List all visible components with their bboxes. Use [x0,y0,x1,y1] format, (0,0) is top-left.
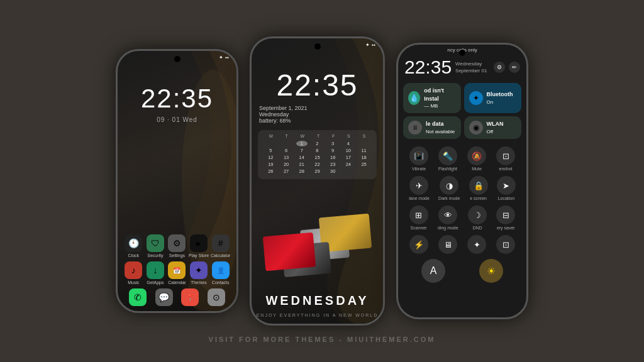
btn-reading[interactable]: 👁 ding mode [438,206,458,230]
control-grid-1: 💧 od isn't Instal — MB ✦ Bluetooth On [398,80,526,116]
calendar-widget: M T W T F S S 1 2 3 4 [258,130,377,179]
edit-quick-icon[interactable]: ✏ [509,62,520,73]
app-getapps[interactable]: ↓ GetApps [145,261,166,285]
app-maps[interactable]: 📍 [180,288,201,306]
tile-wlan-title: WLAN [487,120,504,128]
btn-screenshot[interactable]: ⊡ enshot [496,146,515,171]
day-center: Wednesday [259,111,375,118]
app-security-icon: 🛡 [147,234,164,252]
tile-data-title: le data [426,120,455,128]
wlan-icon: ◉ [469,121,483,134]
app-calendar[interactable]: 📅 Calendar [166,261,187,285]
btn-extra2[interactable]: ⊡ [496,235,515,254]
btn-battery-saver[interactable]: ⊟ ery saver [496,206,515,230]
btn-extra1[interactable]: ✦ [467,235,486,254]
btn-power[interactable]: ⚡ [409,235,428,254]
btn-darkmode[interactable]: ◑ Dark mode [438,176,460,200]
btn-screen-lock[interactable]: 🔒 e screen [469,176,488,200]
camera-hole-right [459,50,465,56]
app-contacts[interactable]: 👤 Contacts [210,261,231,285]
btn-dnd[interactable]: ☽ DND [468,206,487,230]
btn-scanner[interactable]: ⊞ Scanner [409,206,428,230]
vibrate-icon: 📳 [409,146,428,165]
apps-grid-left: 🕙 Clock 🛡 Security ⚙ Settings ▶ [118,229,236,311]
app-security[interactable]: 🛡 Security [145,234,166,258]
app-call-icon: ✆ [129,288,147,306]
data-icon: ≡ [408,121,422,134]
mute-icon: 🔕 [467,146,486,165]
phone-center: ✦ ▪▪ 22:35 September 1, 2021 Wednesday b… [250,36,385,326]
app-clock-icon: 🕙 [125,234,142,252]
tile-bluetooth-text: Bluetooth On [487,90,513,106]
tile-wlan[interactable]: ◉ WLAN Off [464,116,522,139]
app-calculator[interactable]: # Calculator [210,234,231,258]
cal-h-s: S [347,134,350,138]
tile-water-title: od isn't Instal [424,87,455,102]
phones-container: ✦ ▪▪ 22:35 09 · 01 Wed 🕙 Clock [103,24,541,338]
app-settings[interactable]: ⚙ Settings [166,234,187,258]
phone-center-content: ✦ ▪▪ 22:35 September 1, 2021 Wednesday b… [252,38,383,324]
btn-vibrate[interactable]: 📳 Vibrate [409,146,428,171]
phone-left-content: ✦ ▪▪ 22:35 09 · 01 Wed 🕙 Clock [118,51,236,311]
bluetooth-icon: ✦ [469,91,483,105]
battery-icon-left: ▪▪ [225,55,229,60]
app-calendar-label: Calendar [168,280,186,285]
btn-mute[interactable]: 🔕 Mute [467,146,486,171]
control-grid-2: ≡ le data Not available ◉ WLAN Off [398,114,526,141]
screen-lock-icon: 🔒 [469,176,488,195]
icon-row-3: ⊞ Scanner 👁 ding mode ☽ DND ⊟ ery saver [398,203,526,233]
app-playstore-label: Play Store [189,253,209,258]
wednesday-sub: ENJOY EVERYTHING IN A NEW WORLD [252,313,383,324]
battery-saver-icon: ⊟ [496,206,515,224]
btn-flashlight[interactable]: 🔦 Flashlight [438,146,457,171]
phone-left: ✦ ▪▪ 22:35 09 · 01 Wed 🕙 Clock [116,49,238,313]
clock-right: 22:35 [404,57,452,78]
btn-brightness[interactable]: ☀ [479,259,503,283]
app-clock[interactable]: 🕙 Clock [123,234,144,258]
cal-header: M T W T F S S [263,134,372,138]
mute-label: Mute [472,167,482,171]
btn-airplane[interactable]: ✈ lane mode [409,176,430,200]
info-block-center: September 1, 2021 Wednesday battery: 68% [252,102,383,126]
screenshot-icon: ⊡ [496,146,515,165]
app-music[interactable]: ♪ Music [123,261,144,285]
app-chat[interactable]: 💬 [154,288,174,306]
cal-h-m: M [269,134,273,138]
btn-accessibility[interactable]: A [421,259,445,283]
extra2-icon: ⊡ [496,235,515,254]
icon-row-4: ⚡ 🖥 ✦ ⊡ [398,233,526,256]
app-camera-icon-app[interactable]: ⊙ [206,288,226,306]
water-icon: 💧 [408,91,420,105]
btn-location[interactable]: ➤ Location [497,176,516,200]
app-themes-label: Themes [191,280,206,285]
phone-right-screen: ncy calls only 22:35 Wednesday September… [398,45,526,317]
settings-quick-icon[interactable]: ⚙ [494,62,505,73]
app-themes[interactable]: ✦ Themes [188,261,209,285]
app-themes-icon: ✦ [190,261,208,279]
btn-cast[interactable]: 🖥 [438,235,457,254]
tile-water[interactable]: 💧 od isn't Instal — MB [403,83,461,113]
date-day-right: Wednesday [455,60,487,67]
app-maps-icon: 📍 [181,288,199,306]
app-playstore-icon: ▶ [190,234,208,252]
tile-data[interactable]: ≡ le data Not available [403,116,461,139]
app-call[interactable]: ✆ [128,288,148,306]
cal-h-s2: S [362,134,365,138]
date-center: September 1, 2021 [259,105,375,111]
icon-row-2: ✈ lane mode ◑ Dark mode 🔒 e screen ➤ Loc… [398,173,526,203]
tile-data-text: le data Not available [426,120,455,135]
clock-actions: ⚙ ✏ [494,62,520,73]
app-playstore[interactable]: ▶ Play Store [188,234,209,258]
darkmode-icon: ◑ [440,176,458,195]
phone-right: ncy calls only 22:35 Wednesday September… [396,43,528,319]
cal-h-w: W [301,134,305,138]
reading-icon: 👁 [438,206,457,224]
tile-bluetooth[interactable]: ✦ Bluetooth On [464,83,522,113]
scanner-icon: ⊞ [409,206,428,224]
flashlight-icon: 🔦 [438,146,457,165]
app-clock-label: Clock [128,253,140,258]
icon-row-1: 📳 Vibrate 🔦 Flashlight 🔕 Mute ⊡ enshot [398,144,526,173]
dnd-label: DND [472,226,482,230]
apps-row-1: 🕙 Clock 🛡 Security ⚙ Settings ▶ [123,234,231,258]
tile-wlan-sub: Off [487,128,504,135]
